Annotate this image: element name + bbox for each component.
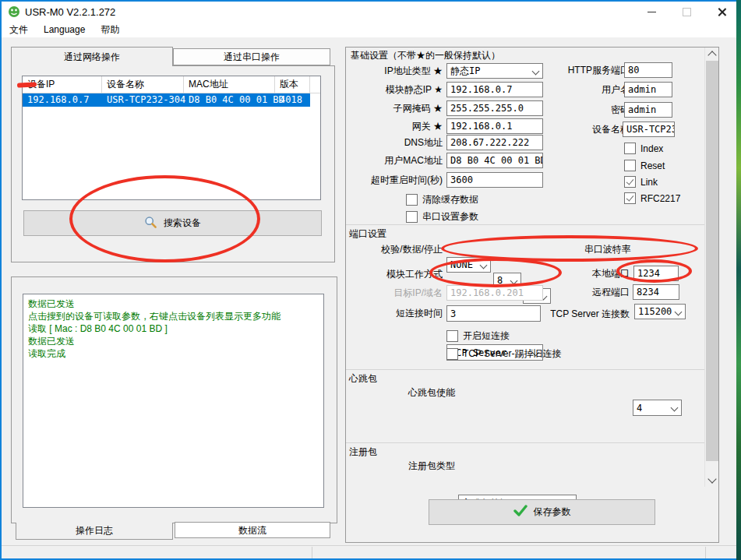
- minimize-button[interactable]: [634, 2, 669, 22]
- http-port-input[interactable]: 80: [624, 62, 672, 78]
- window-border-left: [0, 0, 2, 560]
- register-title: 注册包: [349, 446, 377, 459]
- tab-data-stream[interactable]: 数据流: [175, 522, 330, 538]
- password-input[interactable]: admin: [624, 102, 672, 118]
- save-icon: [513, 505, 528, 519]
- user-mac-input[interactable]: D8 B0 4C 00 01 BD: [446, 153, 543, 168]
- field-label-user-mac: 用户MAC地址: [349, 153, 443, 168]
- statusbar-separator: [312, 547, 312, 558]
- register-section-divider: [346, 442, 718, 443]
- kick-old-connection-checkbox-row[interactable]: TCP Server-踢掉旧连接: [446, 347, 561, 361]
- chevron-down-icon: [675, 308, 683, 316]
- gateway-input[interactable]: 192.168.0.1: [446, 118, 543, 134]
- rfc2217-checkbox[interactable]: [624, 192, 636, 204]
- log-line: 读取完成: [28, 347, 319, 360]
- column-header-mac[interactable]: MAC地址: [184, 76, 275, 93]
- parity-dropdown[interactable]: NONE: [446, 257, 491, 273]
- search-icon: [144, 216, 157, 231]
- parity-value: NONE: [450, 259, 473, 270]
- kick-old-connection-checkbox[interactable]: [446, 348, 458, 360]
- maxconn-dropdown[interactable]: 4: [633, 400, 682, 416]
- close-button[interactable]: [704, 2, 739, 22]
- ip-type-dropdown[interactable]: 静态IP: [446, 63, 543, 79]
- app-icon: [8, 5, 20, 18]
- field-label-gateway: 网关 ★: [349, 118, 443, 134]
- device-mac-cell: D8 B0 4C 00 01 BD: [184, 93, 275, 107]
- target-ip-label: 目标IP/域名: [349, 285, 443, 301]
- window-title: USR-M0 V2.2.1.272: [25, 6, 115, 18]
- short-connection-checkbox[interactable]: [446, 330, 458, 342]
- device-name-cell: USR-TCP232-304: [102, 93, 184, 107]
- username-input[interactable]: admin: [624, 82, 672, 97]
- link-checkbox[interactable]: [624, 176, 636, 188]
- menu-file[interactable]: 文件: [2, 22, 36, 37]
- link-label: Link: [640, 177, 658, 188]
- log-line: 点击搜到的设备可读取参数，右键点击设备列表显示更多功能: [28, 310, 319, 322]
- maximize-button[interactable]: [669, 2, 704, 22]
- dns-input[interactable]: 208.67.222.222: [446, 135, 543, 150]
- settings-scrollbar[interactable]: [704, 48, 718, 487]
- field-label-subnet: 子网掩码 ★: [349, 100, 443, 116]
- index-label: Index: [640, 143, 663, 154]
- subnet-mask-input[interactable]: 255.255.255.0: [446, 100, 543, 116]
- maxconn-value: 4: [637, 403, 642, 414]
- rfc2217-checkbox-row[interactable]: RFC2217: [624, 192, 680, 204]
- save-params-button[interactable]: 保存参数: [429, 499, 655, 525]
- column-header-version[interactable]: 版本: [275, 76, 310, 93]
- index-checkbox-row[interactable]: Index: [624, 143, 663, 154]
- maximize-icon: [683, 8, 691, 16]
- kick-old-connection-label: TCP Server-踢掉旧连接: [463, 347, 561, 361]
- parity-label: 校验/数据/停止: [349, 241, 443, 257]
- device-name-input[interactable]: USR-TCP23: [623, 122, 675, 137]
- short-connection-checkbox-row[interactable]: 开启短连接: [446, 329, 510, 343]
- shorttime-label: 短连接时间: [349, 305, 443, 321]
- target-ip-input: 192.168.0.201: [446, 285, 543, 301]
- table-row[interactable]: 192.168.0.7 USR-TCP232-304 D8 B0 4C 00 0…: [23, 93, 310, 107]
- static-ip-input[interactable]: 192.168.0.7: [446, 82, 543, 97]
- short-connection-label: 开启短连接: [463, 329, 510, 343]
- baud-dropdown[interactable]: 115200: [634, 304, 686, 319]
- field-label-device-name: 设备名称: [538, 122, 630, 137]
- serial-setparam-checkbox[interactable]: [406, 211, 418, 223]
- link-checkbox-row[interactable]: Link: [624, 176, 658, 188]
- index-checkbox[interactable]: [624, 143, 636, 154]
- column-header-name[interactable]: 设备名称: [102, 76, 184, 93]
- reset-checkbox[interactable]: [624, 160, 636, 171]
- localport-label: 本地端口: [538, 266, 630, 281]
- log-area[interactable]: 数据已发送 点击搜到的设备可读取参数，右键点击设备列表显示更多功能 读取 [ M…: [23, 294, 324, 508]
- device-version-cell: 4018: [275, 93, 310, 107]
- heartbeat-title: 心跳包: [349, 372, 377, 386]
- menu-help[interactable]: 帮助: [93, 22, 127, 37]
- field-label-dns: DNS地址: [349, 135, 443, 150]
- desktop-wallpaper-strip: [736, 0, 741, 560]
- baud-label: 串口波特率: [538, 241, 631, 257]
- clear-cache-checkbox[interactable]: [406, 194, 418, 206]
- device-table: 设备IP 设备名称 MAC地址 版本 192.168.0.7 USR-TCP23…: [22, 76, 321, 200]
- localport-input[interactable]: 1234: [633, 266, 679, 281]
- register-type-label: 注册包类型: [362, 458, 455, 474]
- tab-operation-log[interactable]: 操作日志: [16, 523, 173, 540]
- scroll-up-icon[interactable]: [709, 52, 715, 58]
- scroll-down-icon[interactable]: [709, 476, 715, 482]
- field-label-ip-type: IP地址类型 ★: [349, 63, 443, 79]
- clear-cache-checkbox-row[interactable]: 清除缓存数据: [406, 193, 478, 206]
- field-label-static-ip: 模块静态IP ★: [349, 82, 443, 97]
- search-device-button[interactable]: 搜索设备: [23, 210, 322, 236]
- serial-setparam-checkbox-row[interactable]: 串口设置参数: [406, 210, 478, 224]
- tab-serial-operation[interactable]: 通过串口操作: [173, 48, 330, 65]
- column-header-ip[interactable]: 设备IP: [23, 76, 102, 93]
- app-window: USR-M0 V2.2.1.272 文件 Language 帮助 通过网络操作 …: [0, 0, 741, 560]
- remoteport-input[interactable]: 8234: [633, 284, 679, 300]
- scrollbar-thumb[interactable]: [706, 61, 718, 461]
- menu-language[interactable]: Language: [36, 22, 93, 37]
- log-line: 数据已发送: [28, 298, 319, 310]
- workmode-label: 模块工作方式: [349, 266, 443, 282]
- chevron-down-icon: [671, 404, 679, 412]
- reset-checkbox-row[interactable]: Reset: [624, 160, 665, 171]
- timeout-restart-input[interactable]: 3600: [446, 172, 543, 188]
- titlebar: USR-M0 V2.2.1.272: [2, 2, 736, 22]
- tab-network-operation[interactable]: 通过网络操作: [11, 47, 173, 66]
- shorttime-input[interactable]: 3: [446, 305, 541, 322]
- chevron-down-icon: [510, 277, 518, 285]
- save-button-label: 保存参数: [534, 505, 571, 519]
